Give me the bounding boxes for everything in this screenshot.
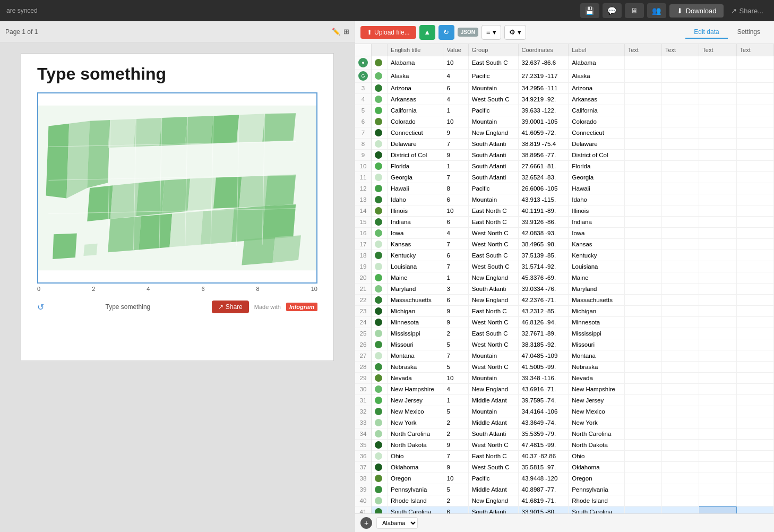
cell-text-3[interactable]: [699, 194, 736, 205]
cell-text-1[interactable]: [624, 116, 661, 127]
cell-title[interactable]: Mississippi: [388, 328, 443, 339]
cell-value[interactable]: 9: [443, 149, 468, 160]
cell-text-1[interactable]: [624, 406, 661, 417]
cell-text-4[interactable]: [736, 93, 773, 105]
cell-text-2[interactable]: [661, 272, 699, 283]
cell-text-2[interactable]: [661, 183, 699, 194]
cell-text-3[interactable]: [699, 171, 736, 183]
cell-text-1[interactable]: [624, 227, 661, 238]
cell-text-2[interactable]: [661, 216, 699, 227]
cell-value[interactable]: 5: [443, 484, 468, 495]
cell-text-2[interactable]: [661, 394, 699, 406]
cell-text-3[interactable]: [699, 82, 736, 93]
cell-value[interactable]: 5: [443, 406, 468, 417]
cell-value[interactable]: 4: [443, 383, 468, 394]
tab-settings[interactable]: Settings: [729, 26, 769, 39]
cell-text-4[interactable]: [736, 350, 773, 361]
cell-text-2[interactable]: [661, 238, 699, 250]
cell-text-2[interactable]: [661, 93, 699, 105]
cell-value[interactable]: 10: [443, 205, 468, 216]
cell-title[interactable]: North Dakota: [388, 439, 443, 450]
cell-text-4[interactable]: [736, 227, 773, 238]
cell-text-4[interactable]: [736, 56, 773, 69]
cell-value[interactable]: 6: [443, 216, 468, 227]
cell-text-3[interactable]: [699, 138, 736, 149]
cell-title[interactable]: Arkansas: [388, 93, 443, 105]
cell-value[interactable]: 2: [443, 328, 468, 339]
data-menu-btn[interactable]: ≡ ▾: [481, 25, 501, 40]
cell-text-4[interactable]: [736, 149, 773, 160]
cell-title[interactable]: Alabama: [388, 56, 443, 69]
cell-text-3[interactable]: [699, 93, 736, 105]
cell-title[interactable]: Maryland: [388, 283, 443, 294]
cell-text-3[interactable]: [699, 294, 736, 305]
cell-text-2[interactable]: [661, 127, 699, 138]
cell-text-2[interactable]: [661, 149, 699, 160]
cell-text-4[interactable]: [736, 69, 773, 82]
cell-text-2[interactable]: [661, 473, 699, 484]
cell-value[interactable]: 10: [443, 116, 468, 127]
cell-text-3[interactable]: [699, 250, 736, 261]
cell-text-1[interactable]: [624, 105, 661, 116]
cell-text-3[interactable]: [699, 473, 736, 484]
cell-text-4[interactable]: [736, 127, 773, 138]
cell-text-3[interactable]: [699, 406, 736, 417]
cell-value[interactable]: 10: [443, 372, 468, 383]
cell-value[interactable]: 4: [443, 227, 468, 238]
cell-text-3[interactable]: [699, 394, 736, 406]
cell-value[interactable]: 7: [443, 238, 468, 250]
cell-title[interactable]: South Carolina: [388, 506, 443, 513]
cell-title[interactable]: Kansas: [388, 238, 443, 250]
cell-title[interactable]: Louisiana: [388, 261, 443, 272]
cell-title[interactable]: Michigan: [388, 305, 443, 316]
cell-title[interactable]: Florida: [388, 160, 443, 171]
save-icon-btn[interactable]: 💾: [580, 3, 599, 18]
cell-text-1[interactable]: [624, 473, 661, 484]
cell-value[interactable]: 10: [443, 473, 468, 484]
cell-text-2[interactable]: [661, 428, 699, 439]
cell-text-1[interactable]: [624, 394, 661, 406]
upload-file-button[interactable]: ⬆ Upload file...: [360, 26, 416, 39]
cell-text-1[interactable]: [624, 138, 661, 149]
cell-text-4[interactable]: [736, 383, 773, 394]
cell-title[interactable]: Rhode Island: [388, 495, 443, 506]
users-icon-btn[interactable]: 👥: [647, 3, 666, 18]
cell-text-4[interactable]: [736, 105, 773, 116]
cell-title[interactable]: Iowa: [388, 227, 443, 238]
cell-text-1[interactable]: [624, 127, 661, 138]
cell-value[interactable]: 6: [443, 294, 468, 305]
cell-text-2[interactable]: [661, 350, 699, 361]
preview-icon-btn[interactable]: 🖥: [625, 3, 644, 18]
cell-text-2[interactable]: [661, 227, 699, 238]
cell-title[interactable]: Minnesota: [388, 316, 443, 328]
download-button[interactable]: ⬇ Download: [669, 4, 724, 18]
cell-value[interactable]: 6: [443, 506, 468, 513]
cell-value[interactable]: 6: [443, 82, 468, 93]
cell-text-3[interactable]: [699, 305, 736, 316]
cell-value[interactable]: 5: [443, 339, 468, 350]
cell-value[interactable]: 9: [443, 316, 468, 328]
cell-text-2[interactable]: [661, 339, 699, 350]
cell-title[interactable]: New Jersey: [388, 394, 443, 406]
cell-text-4[interactable]: [736, 183, 773, 194]
cell-text-3[interactable]: [699, 361, 736, 372]
cell-text-1[interactable]: [624, 294, 661, 305]
cell-text-3[interactable]: [699, 56, 736, 69]
cell-title[interactable]: District of Col: [388, 149, 443, 160]
cell-title[interactable]: Missouri: [388, 339, 443, 350]
cell-text-3[interactable]: [699, 238, 736, 250]
cell-text-4[interactable]: [736, 473, 773, 484]
cell-text-2[interactable]: [661, 56, 699, 69]
cell-text-2[interactable]: [661, 361, 699, 372]
cell-text-1[interactable]: [624, 216, 661, 227]
cell-title[interactable]: Oregon: [388, 473, 443, 484]
delta-btn[interactable]: ▲: [419, 25, 435, 40]
cell-value[interactable]: 7: [443, 261, 468, 272]
cell-title[interactable]: Alaska: [388, 69, 443, 82]
cell-text-1[interactable]: [624, 183, 661, 194]
cell-text-2[interactable]: [661, 138, 699, 149]
cell-text-3[interactable]: [699, 227, 736, 238]
cell-text-2[interactable]: [661, 450, 699, 461]
cell-text-4[interactable]: [736, 82, 773, 93]
cell-title[interactable]: Colorado: [388, 116, 443, 127]
